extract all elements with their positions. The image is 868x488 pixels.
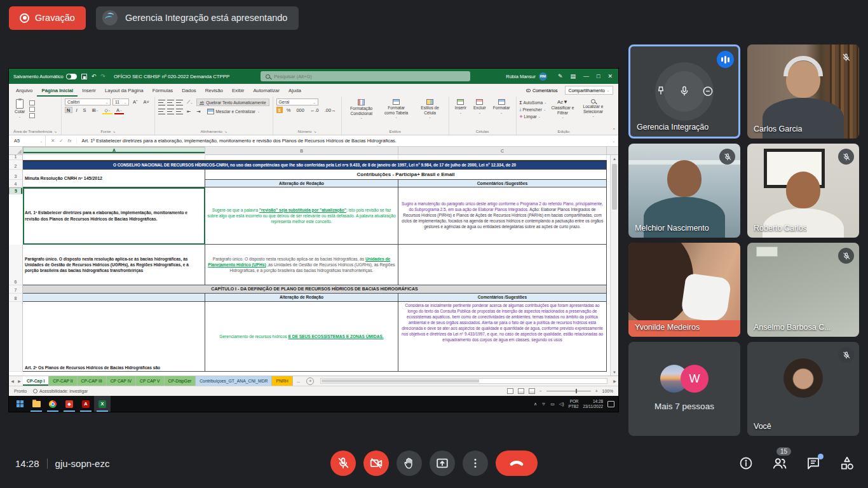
- tile-you[interactable]: Você: [747, 342, 859, 436]
- clock[interactable]: 14:2823/11/2022: [583, 399, 603, 409]
- cell-b6[interactable]: Parágrafo único. O disposto nesta resolu…: [205, 245, 398, 285]
- merge-center-button[interactable]: Mesclar e Centralizar ⌄: [205, 107, 263, 115]
- align-right-icon[interactable]: [176, 109, 183, 114]
- decrease-decimal-button[interactable]: .00→: [323, 107, 338, 113]
- tile-more-people[interactable]: W Mais 7 pessoas: [628, 342, 740, 436]
- sheet-tab-cp-cap-i[interactable]: CP-Cap I: [23, 376, 49, 386]
- sheet-tab-cp-cap-v[interactable]: CP CAP V: [136, 376, 164, 386]
- tile-yvonilde-medeiros[interactable]: Yvonilde Medeiros: [628, 243, 740, 337]
- cell-a9[interactable]: Art. 2º Os Planos de Recursos Hídricos d…: [23, 302, 205, 372]
- name-box[interactable]: A5 ⌄: [9, 135, 46, 146]
- camera-toggle-button[interactable]: [363, 451, 389, 476]
- chat-button[interactable]: [806, 456, 821, 471]
- workbook-title[interactable]: OFÍCIO SEC CBHSF nº 020-2022 Demanda CTP…: [114, 74, 234, 79]
- tab-ajuda[interactable]: Ajuda: [284, 84, 306, 97]
- percent-button[interactable]: %: [285, 107, 293, 113]
- tab-pagina-inicial[interactable]: Página Inicial: [37, 84, 78, 97]
- scroll-up-icon[interactable]: ▲: [611, 155, 618, 162]
- collapse-ribbon-icon[interactable]: ⌃: [612, 128, 616, 133]
- paste-button[interactable]: Colar ⌄: [12, 98, 27, 119]
- scroll-down-icon[interactable]: ▼: [611, 369, 618, 376]
- format-painter-icon[interactable]: [29, 113, 35, 118]
- horizontal-scrollbar[interactable]: [320, 378, 607, 384]
- currency-button[interactable]: $: [276, 107, 283, 113]
- decrease-indent-button[interactable]: ⇤: [185, 108, 193, 114]
- search-input[interactable]: [274, 74, 465, 79]
- add-sheet-button[interactable]: +: [306, 377, 314, 385]
- tile-carlos-garcia[interactable]: Carlos Garcia: [747, 44, 859, 139]
- insert-cells-button[interactable]: Inserir⌄: [452, 98, 469, 115]
- share-button[interactable]: Compartilhamento ⌄: [565, 86, 613, 95]
- save-icon[interactable]: [81, 74, 87, 79]
- tab-inserir[interactable]: Inserir: [78, 84, 100, 97]
- cell-c6[interactable]: [398, 245, 607, 285]
- clear-button[interactable]: ◈Limpar⌄: [520, 113, 547, 119]
- sort-filter-button[interactable]: AZ▼ Classificar e Filtrar⌄: [548, 98, 576, 120]
- tile-melchior-nascimento[interactable]: Melchior Nascimento: [628, 144, 740, 238]
- orientation-button[interactable]: ⟋⌄: [185, 99, 194, 105]
- scrollbar-thumb[interactable]: [322, 379, 478, 383]
- zoom-out-icon[interactable]: −: [539, 389, 542, 393]
- row-number[interactable]: [9, 302, 23, 372]
- number-format-select[interactable]: Geral⌄: [276, 98, 318, 105]
- cell-a8[interactable]: [23, 294, 205, 302]
- minimize-button[interactable]: —: [583, 73, 589, 79]
- fill-button[interactable]: ⤓Preencher⌄: [520, 106, 547, 112]
- sheet-nav-right-icon[interactable]: ▶: [16, 376, 23, 386]
- sheet-nav-left-icon[interactable]: ◀: [9, 376, 16, 386]
- zoom-level[interactable]: 100%: [602, 389, 613, 393]
- tab-layout[interactable]: Layout da Página: [100, 84, 148, 97]
- copy-icon[interactable]: [29, 107, 35, 112]
- restore-button[interactable]: □: [597, 73, 600, 79]
- worksheet-grid[interactable]: A B C 1 2 O CONSELHO NACIONAL DE RECURSO…: [9, 147, 618, 376]
- cell-b9[interactable]: Gerenciamento de recursos hídricos E DE …: [205, 302, 398, 372]
- tab-automatizar[interactable]: Automatizar: [248, 84, 284, 97]
- page-layout-view-icon[interactable]: [518, 388, 524, 394]
- comments-button[interactable]: Comentários: [523, 86, 561, 95]
- activities-button[interactable]: [839, 455, 855, 471]
- page-break-view-icon[interactable]: [529, 388, 535, 394]
- action-center-icon[interactable]: [607, 401, 614, 407]
- cell-a3-minuta[interactable]: Minuta Resolução CNRH nº 145/2012: [23, 170, 205, 187]
- mic-toggle-button[interactable]: [330, 451, 356, 476]
- align-middle-icon[interactable]: [167, 100, 174, 105]
- excel-search-box[interactable]: [261, 71, 470, 81]
- row-number[interactable]: 5: [9, 187, 23, 194]
- cell-c5[interactable]: Sugiro a manutenção do parágrafo único d…: [398, 187, 607, 245]
- tray-network-icon[interactable]: ▭: [550, 402, 555, 407]
- cancel-icon[interactable]: ✕: [51, 138, 55, 144]
- participants-button[interactable]: 15: [771, 455, 788, 471]
- cut-icon[interactable]: [29, 100, 35, 105]
- fill-color-button[interactable]: ◇⌄: [102, 107, 112, 113]
- ribbon-options-icon[interactable]: ▤: [571, 73, 576, 79]
- wrap-text-button[interactable]: ab Quebrar Texto Automaticamente: [196, 98, 269, 106]
- cell-c9[interactable]: Considera-se inicialmente pertinente pon…: [398, 302, 607, 372]
- autosave-toggle[interactable]: Salvamento Automático: [13, 74, 77, 79]
- cell-b8-header[interactable]: Alteração de Redação: [205, 294, 398, 302]
- borders-button[interactable]: ⊞⌄: [90, 107, 101, 113]
- align-left-icon[interactable]: [158, 109, 165, 114]
- normal-view-icon[interactable]: [507, 388, 513, 394]
- underline-button[interactable]: S: [81, 107, 88, 113]
- row-number[interactable]: 7: [9, 285, 23, 294]
- cell-b5[interactable]: Sugere-se que a palavra "revisão" seja s…: [205, 187, 398, 245]
- format-cells-button[interactable]: Formatar⌄: [491, 98, 513, 115]
- expand-formula-bar-icon[interactable]: ⌄: [609, 139, 618, 143]
- dialog-launcher-icon[interactable]: ↘: [314, 130, 316, 133]
- sheet-tab-cp-cap-iii[interactable]: CP-CAP III: [78, 376, 107, 386]
- sheet-tab-cp-dispger[interactable]: CP-DispGer: [165, 376, 196, 386]
- find-select-button[interactable]: Localizar e Selecionar⌄: [578, 98, 607, 119]
- cell-b4-header[interactable]: Alteração de Redação: [205, 180, 398, 187]
- remove-icon[interactable]: [702, 85, 714, 98]
- column-header-a[interactable]: A: [23, 147, 205, 154]
- taskbar-chrome[interactable]: [44, 396, 61, 412]
- row-number[interactable]: 1: [9, 155, 23, 160]
- font-color-button[interactable]: A⌄: [114, 107, 124, 113]
- italic-button[interactable]: I: [74, 107, 79, 113]
- shared-screen-excel[interactable]: Salvamento Automático ↶ ↷ OFÍCIO SEC CBH…: [9, 69, 618, 412]
- align-bottom-icon[interactable]: [176, 100, 183, 105]
- zoom-in-icon[interactable]: +: [595, 389, 598, 393]
- cell-a7-capitulo[interactable]: CAPÍTULO I - DA DEFINIÇÃO DE PLANO DE RE…: [23, 285, 607, 294]
- more-options-button[interactable]: [463, 451, 488, 476]
- increase-indent-button[interactable]: ⇥: [194, 108, 202, 114]
